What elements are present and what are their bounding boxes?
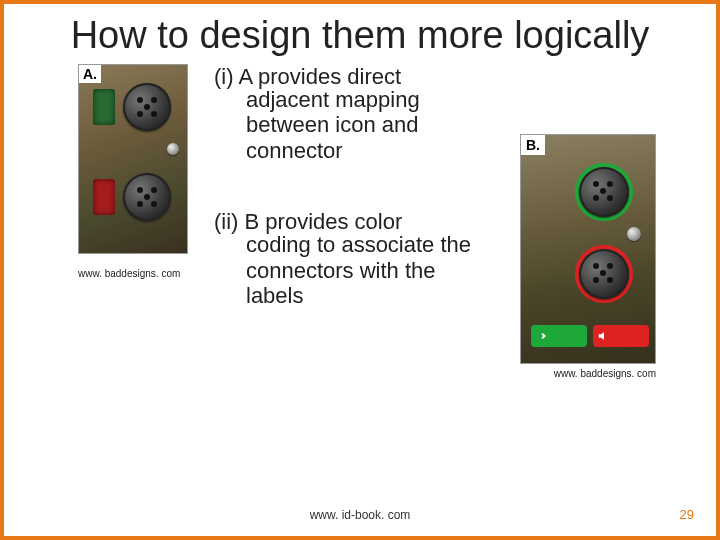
green-label-icon	[531, 325, 587, 347]
green-tag-icon	[93, 89, 115, 125]
arrow-icon	[535, 329, 549, 343]
connector-icon	[123, 83, 171, 131]
image-b-label: B.	[521, 135, 545, 155]
point-1: (i) A provides direct adjacent mapping b…	[214, 64, 494, 163]
point-1-rest: adjacent mapping between icon and connec…	[214, 87, 494, 163]
image-b: B.	[520, 134, 656, 364]
green-ring-icon	[575, 163, 633, 221]
point-2-prefix: (ii)	[214, 209, 245, 234]
footer-link: www. id-book. com	[4, 508, 716, 522]
point-2-rest: coding to associate the connectors with …	[214, 232, 494, 308]
image-b-credit: www. baddesigns. com	[520, 368, 656, 379]
connector-icon	[123, 173, 171, 221]
red-tag-icon	[93, 179, 115, 215]
point-1-line1: A provides direct	[238, 64, 401, 89]
connector-icon	[579, 249, 629, 299]
slide: How to design them more logically A. www…	[0, 0, 720, 540]
speaker-icon	[597, 329, 611, 343]
page-number: 29	[680, 507, 694, 522]
red-ring-icon	[575, 245, 633, 303]
screw-icon	[627, 227, 641, 241]
point-2-line1: B provides color	[245, 209, 403, 234]
image-a: A.	[78, 64, 188, 254]
point-2: (ii) B provides color coding to associat…	[214, 209, 494, 308]
slide-title: How to design them more logically	[4, 4, 716, 64]
image-a-credit: www. baddesigns. com	[78, 268, 180, 279]
red-label-icon	[593, 325, 649, 347]
connector-icon	[579, 167, 629, 217]
point-1-prefix: (i)	[214, 64, 238, 89]
image-b-wrap: B. www. baddesigns. com	[520, 134, 656, 379]
screw-icon	[167, 143, 179, 155]
bullet-points: (i) A provides direct adjacent mapping b…	[214, 64, 494, 354]
image-a-label: A.	[79, 65, 101, 83]
